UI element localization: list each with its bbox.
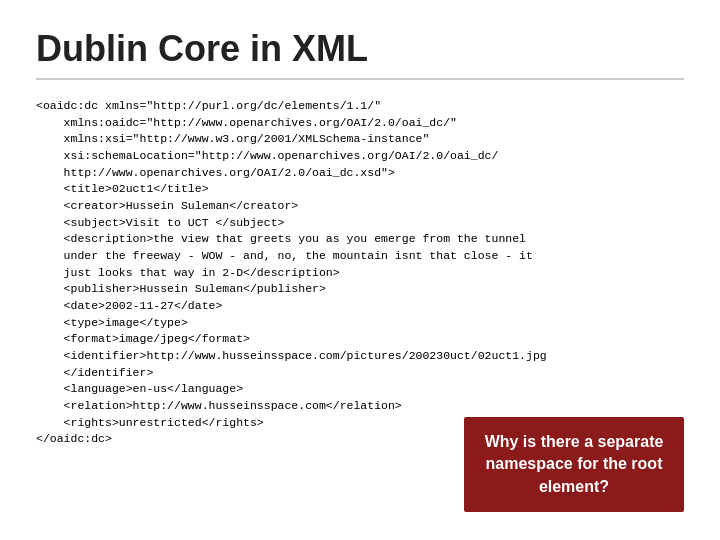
slide: Dublin Core in XML <oaidc:dc xmlns="http…	[0, 0, 720, 540]
callout-box: Why is there a separate namespace for th…	[464, 417, 684, 512]
slide-title: Dublin Core in XML	[36, 28, 684, 80]
code-block: <oaidc:dc xmlns="http://purl.org/dc/elem…	[36, 98, 684, 448]
